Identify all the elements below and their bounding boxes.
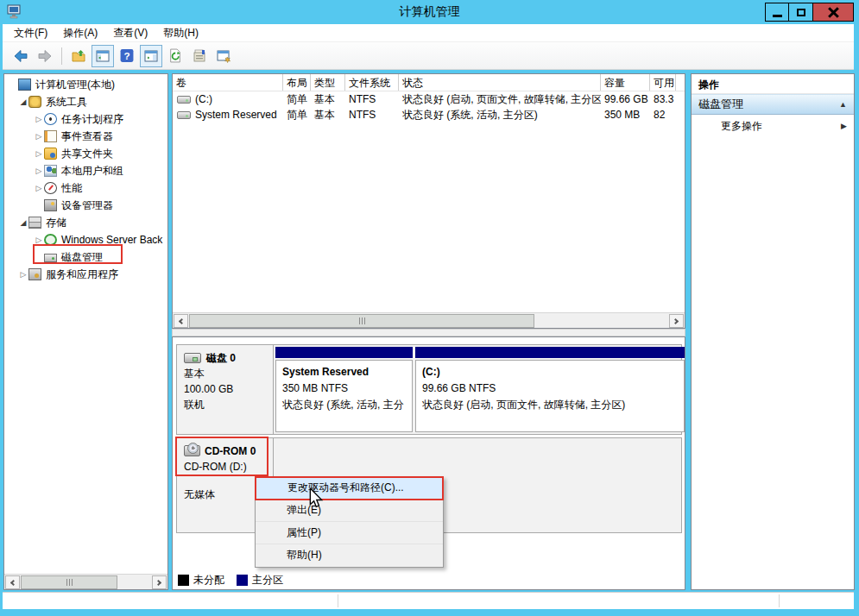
tree-item-label: 计算机管理(本地) [35, 78, 115, 92]
volume-row-1[interactable]: System Reserved简单基本NTFS状态良好 (系统, 活动, 主分区… [173, 107, 685, 123]
partition-size: 350 MB NTFS [282, 380, 406, 397]
volume-list-panel: 卷布局类型文件系统状态容量可用 (C:)简单基本NTFS状态良好 (启动, 页面… [172, 73, 685, 329]
column-header-5[interactable]: 容量 [601, 74, 650, 91]
volume-list-horizontal-scrollbar[interactable] [173, 312, 685, 328]
tree-item-shared-folders[interactable]: ▷共享文件夹 [4, 145, 167, 162]
column-header-4[interactable]: 状态 [399, 74, 601, 91]
tree-item-label: 磁盘管理 [61, 250, 103, 265]
scroll-left-button[interactable] [5, 575, 20, 589]
more-actions-item[interactable]: 更多操作 ▶ [692, 115, 854, 137]
scrollbar-thumb[interactable] [21, 575, 117, 589]
actions-section-disk-management[interactable]: 磁盘管理 ▲ [692, 94, 854, 115]
tree-item-windows-server-backup[interactable]: ▷Windows Server Back [4, 231, 167, 248]
scroll-right-button[interactable] [152, 575, 167, 589]
volume-table-header: 卷布局类型文件系统状态容量可用 [173, 74, 685, 91]
panel-splitter[interactable] [172, 329, 685, 336]
show-action-pane-icon [143, 49, 159, 63]
expander-closed-icon[interactable]: ▷ [34, 236, 44, 244]
cdrom-name: CD-ROM 0 [205, 445, 256, 457]
tree-item-label: 任务计划程序 [61, 112, 123, 127]
chevron-right-icon [673, 317, 679, 324]
cell-文件系统: NTFS [345, 93, 399, 105]
expander-closed-icon[interactable]: ▷ [34, 167, 44, 175]
expander-closed-icon[interactable]: ▷ [18, 270, 28, 279]
show-console-tree-button[interactable] [92, 45, 114, 67]
scrollbar-thumb[interactable] [189, 314, 534, 328]
maximize-button[interactable] [789, 3, 813, 22]
context-menu-item-eject[interactable]: 弹出(E) [256, 500, 443, 522]
event-viewer-icon [44, 130, 57, 142]
forward-button[interactable] [34, 45, 56, 67]
partition-c[interactable]: (C:) 99.66 GB NTFS 状态良好 (启动, 页面文件, 故障转储,… [415, 347, 685, 432]
collapse-caret-icon[interactable]: ▲ [839, 100, 847, 109]
disk0-status: 联机 [184, 397, 268, 412]
tree-item-event-viewer[interactable]: ▷事件查看器 [4, 128, 167, 145]
hard-disk-icon [184, 353, 201, 363]
column-header-1[interactable]: 布局 [283, 74, 311, 91]
toolbar: ? [3, 42, 854, 70]
console-tree-panel: 计算机管理(本地)◢系统工具▷任务计划程序▷事件查看器▷共享文件夹▷本地用户和组… [3, 73, 168, 590]
close-button[interactable] [813, 3, 854, 22]
back-icon [12, 49, 29, 63]
show-action-pane-button[interactable] [140, 45, 162, 67]
tree-item-system-tools[interactable]: ◢系统工具 [4, 93, 167, 110]
cell-状态: 状态良好 (启动, 页面文件, 故障转储, 主分区) [399, 92, 601, 107]
cell-文件系统: NTFS [345, 109, 399, 121]
expander-closed-icon[interactable]: ▷ [34, 149, 44, 158]
grip-icon [66, 579, 73, 586]
column-header-0[interactable]: 卷 [173, 74, 283, 91]
column-header-3[interactable]: 文件系统 [345, 74, 399, 91]
computer-management-window: 计算机管理 文件(F) 操作(A) 查看(V) 帮助(H) ? 计算机管理(本地… [0, 0, 859, 616]
partition-name: (C:) [422, 364, 678, 380]
tree-item-storage[interactable]: ◢存储 [4, 214, 167, 231]
show-console-tree-icon [95, 49, 111, 63]
tree-horizontal-scrollbar[interactable] [4, 574, 167, 589]
context-menu-item-properties[interactable]: 属性(P) [256, 522, 443, 544]
expander-closed-icon[interactable]: ▷ [34, 132, 44, 141]
tree-item-performance[interactable]: ▷性能 [4, 179, 167, 197]
volume-row-0[interactable]: (C:)简单基本NTFS状态良好 (启动, 页面文件, 故障转储, 主分区)99… [173, 91, 685, 107]
tree-item-computer-management-local[interactable]: 计算机管理(本地) [4, 76, 167, 93]
console-window-button[interactable] [212, 45, 235, 67]
legend-primary-label: 主分区 [252, 573, 283, 588]
help-button[interactable]: ? [116, 45, 138, 67]
properties-icon [192, 49, 207, 63]
back-button[interactable] [9, 45, 32, 67]
tree-item-disk-management[interactable]: 磁盘管理 [4, 248, 167, 266]
expander-open-icon[interactable]: ◢ [18, 218, 28, 227]
scroll-right-button[interactable] [669, 314, 684, 328]
refresh-button[interactable] [164, 45, 186, 67]
cell-布局: 简单 [283, 108, 311, 123]
refresh-icon [167, 48, 183, 63]
cdrom-drive-letter: CD-ROM (D:) [184, 459, 268, 475]
up-folder-button[interactable] [67, 45, 90, 67]
tree-item-services-and-applications[interactable]: ▷服务和应用程序 [4, 266, 167, 283]
column-header-2[interactable]: 类型 [311, 74, 345, 91]
menu-view[interactable]: 查看(V) [105, 23, 155, 43]
partition-system-reserved[interactable]: System Reserved 350 MB NTFS 状态良好 (系统, 活动… [275, 347, 413, 432]
disk0-name: 磁盘 0 [206, 352, 236, 364]
expander-closed-icon[interactable]: ▷ [34, 115, 44, 123]
context-menu-item-change-drive-letter-and-paths[interactable]: 更改驱动器号和路径(C)... [256, 477, 443, 500]
column-header-6[interactable]: 可用 [650, 74, 676, 91]
disk0-info-box[interactable]: 磁盘 0 基本 100.00 GB 联机 [177, 345, 274, 434]
menu-action[interactable]: 操作(A) [55, 23, 105, 43]
expander-closed-icon[interactable]: ▷ [34, 184, 44, 192]
system-tools-icon [28, 96, 41, 108]
partition-name: System Reserved [282, 364, 406, 380]
menu-file[interactable]: 文件(F) [6, 23, 55, 43]
tree-item-task-scheduler[interactable]: ▷任务计划程序 [4, 110, 167, 128]
cdrom-drive-icon [184, 445, 200, 456]
tree-item-device-manager[interactable]: 设备管理器 [4, 197, 167, 214]
expander-open-icon[interactable]: ◢ [18, 97, 28, 106]
minimize-button[interactable] [765, 3, 789, 22]
tree-item-local-users-and-groups[interactable]: ▷本地用户和组 [4, 162, 167, 179]
context-menu-item-help[interactable]: 帮助(H) [256, 544, 443, 567]
context-menu: 更改驱动器号和路径(C)...弹出(E)属性(P)帮助(H) [255, 476, 444, 568]
disk0-size: 100.00 GB [184, 381, 268, 397]
properties-button[interactable] [188, 45, 211, 67]
tree-item-label: 事件查看器 [61, 129, 113, 144]
menu-help[interactable]: 帮助(H) [155, 23, 206, 43]
scroll-left-button[interactable] [174, 314, 188, 328]
chevron-left-icon [10, 579, 16, 585]
